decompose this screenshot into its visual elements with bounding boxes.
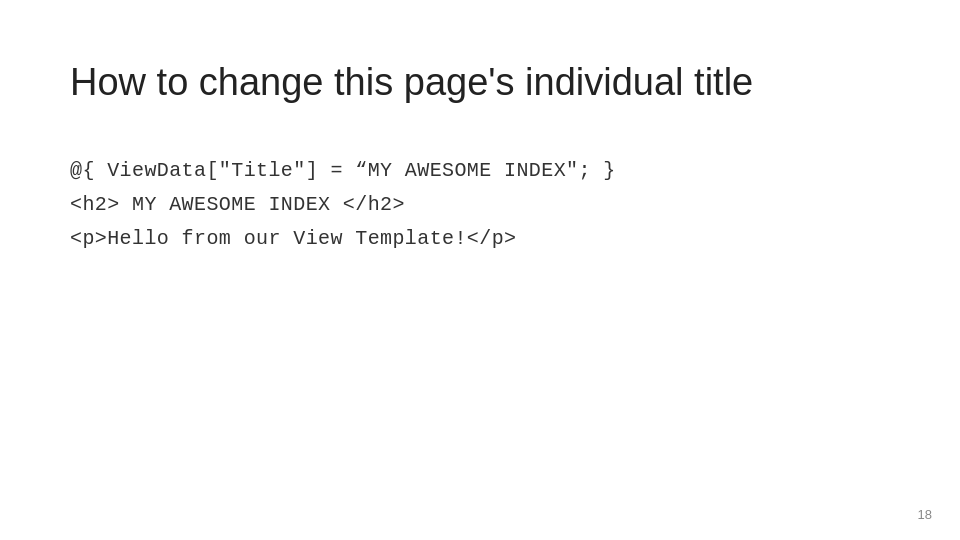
page-number: 18 [918, 507, 932, 522]
code-line-2: <h2> MY AWESOME INDEX </h2> [70, 188, 890, 222]
code-block: @{ ViewData["Title"] = “MY AWESOME INDEX… [70, 154, 890, 256]
code-line-1: @{ ViewData["Title"] = “MY AWESOME INDEX… [70, 154, 890, 188]
slide: How to change this page's individual tit… [0, 0, 960, 540]
slide-title: How to change this page's individual tit… [70, 60, 890, 106]
code-line-3: <p>Hello from our View Template!</p> [70, 222, 890, 256]
